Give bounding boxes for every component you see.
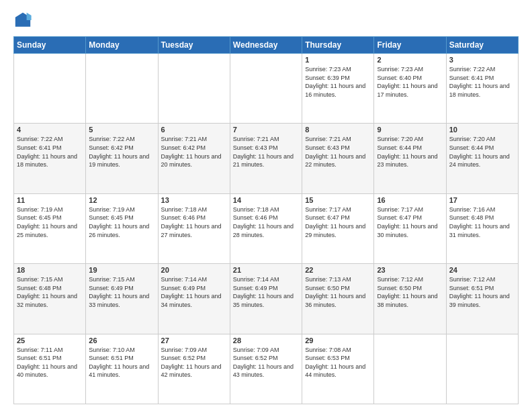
day-number: 21 [233,266,299,274]
calendar-cell: 27Sunrise: 7:09 AMSunset: 6:52 PMDayligh… [158,334,230,404]
day-number: 4 [17,126,83,134]
calendar-cell: 8Sunrise: 7:21 AMSunset: 6:43 PMDaylight… [302,124,374,193]
day-number: 27 [161,336,227,345]
calendar-cell [158,54,230,124]
calendar-cell: 19Sunrise: 7:15 AMSunset: 6:49 PMDayligh… [86,264,158,334]
calendar-cell: 14Sunrise: 7:18 AMSunset: 6:46 PMDayligh… [230,193,302,263]
calendar-cell: 9Sunrise: 7:20 AMSunset: 6:44 PMDaylight… [374,124,446,193]
calendar-cell: 21Sunrise: 7:14 AMSunset: 6:49 PMDayligh… [230,264,302,334]
calendar-cell: 24Sunrise: 7:12 AMSunset: 6:51 PMDayligh… [446,264,518,334]
day-info: Sunrise: 7:17 AMSunset: 6:47 PMDaylight:… [377,205,443,239]
calendar-week-row: 4Sunrise: 7:22 AMSunset: 6:41 PMDaylight… [14,124,519,193]
day-number: 9 [377,126,443,134]
calendar-cell: 23Sunrise: 7:12 AMSunset: 6:50 PMDayligh… [374,264,446,334]
calendar-cell: 3Sunrise: 7:22 AMSunset: 6:41 PMDaylight… [446,54,518,124]
day-number: 14 [233,196,299,204]
calendar-cell: 12Sunrise: 7:19 AMSunset: 6:45 PMDayligh… [86,193,158,263]
day-info: Sunrise: 7:14 AMSunset: 6:49 PMDaylight:… [161,275,227,309]
weekday-header-sunday: Sunday [14,37,86,54]
day-info: Sunrise: 7:22 AMSunset: 6:42 PMDaylight:… [89,135,154,169]
calendar-cell [14,54,86,124]
day-number: 22 [305,266,371,274]
day-number: 13 [161,196,227,204]
day-info: Sunrise: 7:10 AMSunset: 6:51 PMDaylight:… [89,346,154,379]
day-number: 16 [377,196,443,204]
day-info: Sunrise: 7:22 AMSunset: 6:41 PMDaylight:… [449,65,515,99]
day-info: Sunrise: 7:16 AMSunset: 6:48 PMDaylight:… [449,205,515,239]
calendar-cell: 11Sunrise: 7:19 AMSunset: 6:45 PMDayligh… [14,193,86,263]
calendar-cell: 20Sunrise: 7:14 AMSunset: 6:49 PMDayligh… [158,264,230,334]
calendar-cell: 4Sunrise: 7:22 AMSunset: 6:41 PMDaylight… [14,124,86,193]
calendar-cell: 1Sunrise: 7:23 AMSunset: 6:39 PMDaylight… [302,54,374,124]
weekday-header-monday: Monday [86,37,158,54]
day-info: Sunrise: 7:12 AMSunset: 6:50 PMDaylight:… [377,275,443,309]
day-info: Sunrise: 7:17 AMSunset: 6:47 PMDaylight:… [305,205,371,239]
day-info: Sunrise: 7:21 AMSunset: 6:43 PMDaylight:… [305,135,371,169]
calendar-cell [230,54,302,124]
calendar-cell: 2Sunrise: 7:23 AMSunset: 6:40 PMDaylight… [374,54,446,124]
day-number: 24 [449,266,515,274]
calendar-week-row: 1Sunrise: 7:23 AMSunset: 6:39 PMDaylight… [14,54,519,124]
day-number: 17 [449,196,515,204]
day-number: 19 [89,266,154,274]
day-info: Sunrise: 7:18 AMSunset: 6:46 PMDaylight:… [161,205,227,239]
day-info: Sunrise: 7:15 AMSunset: 6:49 PMDaylight:… [89,275,154,309]
day-number: 11 [17,196,83,204]
calendar-cell: 16Sunrise: 7:17 AMSunset: 6:47 PMDayligh… [374,193,446,263]
calendar-cell: 22Sunrise: 7:13 AMSunset: 6:50 PMDayligh… [302,264,374,334]
weekday-header-saturday: Saturday [446,37,518,54]
day-number: 28 [233,336,299,345]
day-info: Sunrise: 7:18 AMSunset: 6:46 PMDaylight:… [233,205,299,239]
day-number: 29 [305,336,371,345]
day-number: 26 [89,336,154,345]
calendar-cell: 26Sunrise: 7:10 AMSunset: 6:51 PMDayligh… [86,334,158,404]
day-info: Sunrise: 7:19 AMSunset: 6:45 PMDaylight:… [89,205,154,239]
day-number: 10 [449,126,515,134]
day-info: Sunrise: 7:23 AMSunset: 6:40 PMDaylight:… [377,65,443,99]
calendar-cell: 10Sunrise: 7:20 AMSunset: 6:44 PMDayligh… [446,124,518,193]
header [13,11,519,30]
weekday-header-thursday: Thursday [302,37,374,54]
day-info: Sunrise: 7:19 AMSunset: 6:45 PMDaylight:… [17,205,83,239]
calendar-cell: 15Sunrise: 7:17 AMSunset: 6:47 PMDayligh… [302,193,374,263]
day-number: 23 [377,266,443,274]
calendar-week-row: 18Sunrise: 7:15 AMSunset: 6:48 PMDayligh… [14,264,519,334]
day-info: Sunrise: 7:13 AMSunset: 6:50 PMDaylight:… [305,275,371,309]
calendar-cell: 5Sunrise: 7:22 AMSunset: 6:42 PMDaylight… [86,124,158,193]
calendar-cell: 29Sunrise: 7:08 AMSunset: 6:53 PMDayligh… [302,334,374,404]
day-number: 15 [305,196,371,204]
day-info: Sunrise: 7:15 AMSunset: 6:48 PMDaylight:… [17,275,83,309]
day-number: 20 [161,266,227,274]
day-info: Sunrise: 7:09 AMSunset: 6:52 PMDaylight:… [161,346,227,379]
day-info: Sunrise: 7:20 AMSunset: 6:44 PMDaylight:… [377,135,443,169]
day-number: 8 [305,126,371,134]
calendar-cell [374,334,446,404]
calendar-cell: 6Sunrise: 7:21 AMSunset: 6:42 PMDaylight… [158,124,230,193]
day-info: Sunrise: 7:09 AMSunset: 6:52 PMDaylight:… [233,346,299,379]
logo [13,11,35,30]
day-number: 18 [17,266,83,274]
day-number: 25 [17,336,83,345]
day-info: Sunrise: 7:21 AMSunset: 6:43 PMDaylight:… [233,135,299,169]
day-number: 6 [161,126,227,134]
day-number: 2 [377,56,443,64]
day-info: Sunrise: 7:08 AMSunset: 6:53 PMDaylight:… [305,346,371,379]
svg-marker-1 [27,13,32,20]
calendar-week-row: 11Sunrise: 7:19 AMSunset: 6:45 PMDayligh… [14,193,519,263]
calendar-cell: 7Sunrise: 7:21 AMSunset: 6:43 PMDaylight… [230,124,302,193]
day-number: 5 [89,126,154,134]
calendar-cell: 18Sunrise: 7:15 AMSunset: 6:48 PMDayligh… [14,264,86,334]
day-info: Sunrise: 7:22 AMSunset: 6:41 PMDaylight:… [17,135,83,169]
calendar-cell: 25Sunrise: 7:11 AMSunset: 6:51 PMDayligh… [14,334,86,404]
weekday-header-friday: Friday [374,37,446,54]
calendar-table: SundayMondayTuesdayWednesdayThursdayFrid… [13,36,519,404]
day-info: Sunrise: 7:11 AMSunset: 6:51 PMDaylight:… [17,346,83,379]
calendar-week-row: 25Sunrise: 7:11 AMSunset: 6:51 PMDayligh… [14,334,519,404]
calendar-cell: 28Sunrise: 7:09 AMSunset: 6:52 PMDayligh… [230,334,302,404]
day-info: Sunrise: 7:12 AMSunset: 6:51 PMDaylight:… [449,275,515,309]
day-info: Sunrise: 7:23 AMSunset: 6:39 PMDaylight:… [305,65,371,99]
calendar-cell [446,334,518,404]
day-info: Sunrise: 7:21 AMSunset: 6:42 PMDaylight:… [161,135,227,169]
calendar-header-row: SundayMondayTuesdayWednesdayThursdayFrid… [14,37,519,54]
day-number: 12 [89,196,154,204]
